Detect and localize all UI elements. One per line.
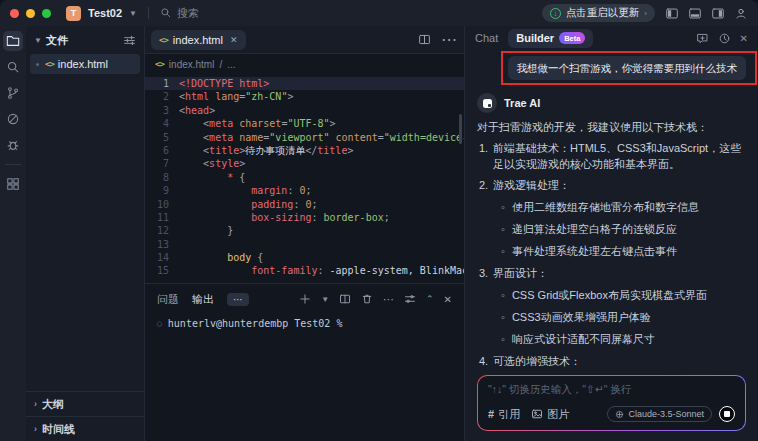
- chevron-right-icon: ›: [644, 9, 647, 18]
- breadcrumb[interactable]: <> index.html / ...: [145, 54, 464, 74]
- timeline-section[interactable]: › 时间线: [26, 416, 144, 441]
- model-icon: [615, 410, 624, 419]
- search-label: 搜索: [177, 6, 199, 21]
- tab-builder[interactable]: Builder Beta: [508, 29, 593, 48]
- assistant-message-block: 3.界面设计：: [479, 265, 746, 281]
- update-icon: ↓: [550, 8, 561, 19]
- reference-label: 引用: [498, 407, 520, 422]
- terminal-dropdown-icon[interactable]: ▼: [321, 295, 329, 304]
- restart-to-update-button[interactable]: ↓ 点击重启以更新 ›: [542, 4, 655, 22]
- trash-icon[interactable]: [361, 293, 373, 305]
- trae-ai-avatar: [477, 93, 497, 113]
- tab-problems[interactable]: 问题: [157, 292, 179, 307]
- run-debug-icon[interactable]: [3, 109, 23, 129]
- extensions-icon[interactable]: [3, 174, 23, 194]
- project-name[interactable]: Test02: [88, 7, 122, 19]
- code-line[interactable]: 10 padding: 0;: [145, 198, 464, 211]
- search-box[interactable]: 搜索: [160, 6, 199, 21]
- title-bar: T Test02 ▼ 搜索 ↓ 点击重启以更新 ›: [0, 0, 758, 26]
- code-line[interactable]: 6 <title>待办事项清单</title>: [145, 144, 464, 157]
- close-tab-icon[interactable]: ✕: [230, 35, 238, 45]
- divider: [148, 7, 149, 19]
- terminal-settings-icon[interactable]: [404, 293, 416, 305]
- code-line[interactable]: 12 }: [145, 224, 464, 237]
- line-number: 1: [145, 77, 179, 90]
- new-terminal-icon[interactable]: [299, 293, 311, 305]
- project-badge: T: [66, 6, 81, 21]
- chat-transcript[interactable]: 我想做一个扫雷游戏，你觉得需要用到什么技术 Trae AI 对于扫雷游戏的开发，…: [465, 50, 758, 371]
- code-line[interactable]: 1<!DOCTYPE html>: [145, 77, 464, 90]
- stop-generating-button[interactable]: [719, 406, 735, 422]
- more-terminal-actions-icon[interactable]: ⋯: [383, 293, 394, 306]
- code-editor[interactable]: 1<!DOCTYPE html>2<html lang="zh-CN">3<he…: [145, 74, 464, 283]
- activity-bar: [0, 26, 26, 441]
- divider: [5, 164, 21, 165]
- bottom-panel: 问题 输出 ⋯ ▼ ⋯ ⌃ ✕ ○ hu: [145, 283, 464, 441]
- hash-icon: #: [488, 408, 494, 420]
- new-chat-icon[interactable]: [696, 32, 709, 45]
- line-number: 10: [145, 198, 179, 211]
- assistant-message-block: 2.游戏逻辑处理：: [479, 177, 746, 193]
- line-number: 13: [145, 238, 179, 251]
- assistant-message-block: ◦响应式设计适配不同屏幕尺寸: [501, 331, 746, 347]
- close-window-button[interactable]: [10, 9, 19, 18]
- beta-badge: Beta: [559, 32, 585, 44]
- code-line[interactable]: 5 <meta name="viewport" content="width=d…: [145, 131, 464, 144]
- code-line[interactable]: 13: [145, 238, 464, 251]
- tab-chat[interactable]: Chat: [475, 32, 498, 44]
- tab-index-html[interactable]: <> index.html ✕: [151, 30, 246, 50]
- code-line[interactable]: 11 box-sizing: border-box;: [145, 211, 464, 224]
- code-line[interactable]: 15 font-family: -apple-system, BlinkMacS…: [145, 264, 464, 277]
- reference-button[interactable]: # 引用: [488, 407, 520, 422]
- more-panel-tabs-button[interactable]: ⋯: [227, 293, 249, 306]
- image-button[interactable]: 图片: [531, 407, 569, 422]
- file-item-index-html[interactable]: <> index.html: [30, 54, 140, 74]
- outline-section[interactable]: › 大纲: [26, 391, 144, 416]
- user-message-bubble: 我想做一个扫雷游戏，你觉得需要用到什么技术: [508, 56, 747, 80]
- more-actions-icon[interactable]: ⋯: [441, 30, 458, 49]
- zoom-window-button[interactable]: [42, 9, 51, 18]
- minimize-window-button[interactable]: [26, 9, 35, 18]
- chevron-right-icon: ›: [34, 424, 37, 434]
- split-terminal-icon[interactable]: [339, 293, 351, 305]
- code-line[interactable]: 4 <meta charset="UTF-8">: [145, 117, 464, 130]
- chevron-right-icon: ›: [34, 399, 37, 409]
- code-line[interactable]: 3<head>: [145, 104, 464, 117]
- source-control-icon[interactable]: [3, 83, 23, 103]
- history-icon[interactable]: [718, 32, 731, 45]
- html-file-icon: <>: [45, 59, 54, 69]
- chevron-down-icon[interactable]: ▼: [129, 9, 137, 18]
- chat-input[interactable]: "↑↓" 切换历史输入，"⇧↵" 换行 # 引用 图片: [478, 376, 745, 430]
- line-number: 2: [145, 90, 179, 103]
- code-line[interactable]: 8 * {: [145, 171, 464, 184]
- stop-icon: [724, 411, 730, 417]
- editor-scrollbar[interactable]: [459, 114, 462, 144]
- window-controls: [10, 9, 51, 18]
- files-section-header[interactable]: ▼ 文件: [26, 26, 144, 54]
- explorer-icon[interactable]: [3, 31, 23, 51]
- code-line[interactable]: 14 body {: [145, 251, 464, 264]
- line-number: 8: [145, 171, 179, 184]
- close-panel-icon[interactable]: ✕: [444, 294, 452, 305]
- tab-label: index.html: [173, 34, 223, 46]
- bug-icon[interactable]: [3, 135, 23, 155]
- assistant-message-block: ◦递归算法处理空白格子的连锁反应: [501, 221, 746, 237]
- search-view-icon[interactable]: [3, 57, 23, 77]
- maximize-panel-icon[interactable]: ⌃: [426, 294, 434, 304]
- code-line[interactable]: 7 <style>: [145, 157, 464, 170]
- code-line[interactable]: 2<html lang="zh-CN">: [145, 90, 464, 103]
- account-icon[interactable]: [734, 7, 748, 20]
- assistant-message-block: ◦CSS3动画效果增强用户体验: [501, 309, 746, 325]
- close-chat-panel-icon[interactable]: ✕: [740, 33, 748, 44]
- toggle-right-sidebar-icon[interactable]: [711, 7, 725, 20]
- filter-icon[interactable]: [123, 34, 136, 47]
- tab-output[interactable]: 输出: [192, 292, 214, 307]
- model-selector[interactable]: Claude-3.5-Sonnet: [607, 406, 712, 422]
- line-number: 14: [145, 251, 179, 264]
- split-editor-icon[interactable]: [418, 33, 431, 46]
- toggle-bottom-panel-icon[interactable]: [688, 7, 702, 20]
- toggle-left-sidebar-icon[interactable]: [665, 7, 679, 20]
- terminal-output[interactable]: ○ hunterlv@hunterdembp Test02 %: [145, 314, 464, 333]
- code-line[interactable]: 9 margin: 0;: [145, 184, 464, 197]
- trae-logo-icon: [483, 99, 492, 108]
